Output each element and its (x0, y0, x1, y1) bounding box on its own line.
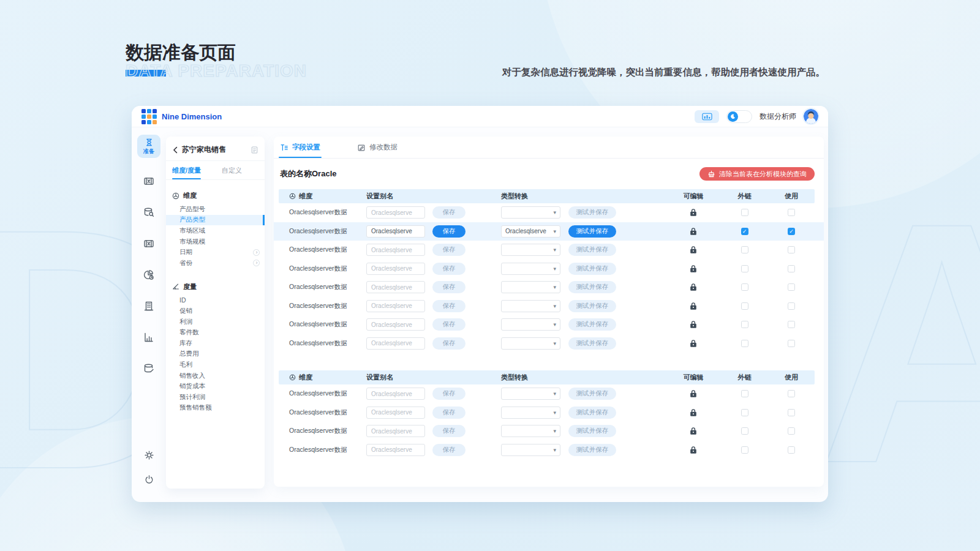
rail-item-film[interactable] (143, 176, 154, 189)
tab-field-settings[interactable]: 字段设置 (279, 137, 322, 158)
dimension-item[interactable]: 产品型号 (166, 204, 265, 215)
external-link-checkbox[interactable] (741, 409, 748, 416)
type-select[interactable]: ▾ (501, 318, 560, 331)
tab-custom[interactable]: 自定义 (222, 161, 242, 179)
rail-item-database[interactable] (143, 363, 154, 377)
power-button[interactable] (144, 474, 154, 487)
rail-item-building[interactable] (143, 301, 154, 314)
external-link-checkbox[interactable] (741, 283, 748, 291)
alias-input[interactable] (366, 425, 425, 437)
alias-input[interactable] (366, 244, 425, 256)
test-save-button[interactable]: 测试并保存 (568, 263, 616, 275)
measure-item[interactable]: 库存 (166, 338, 265, 349)
measure-item[interactable]: 预计利润 (166, 392, 265, 403)
settings-button[interactable] (144, 450, 154, 463)
measure-item[interactable]: 总费用 (166, 349, 265, 360)
save-button[interactable]: 保存 (432, 300, 466, 312)
use-checkbox[interactable] (788, 340, 795, 347)
alias-input[interactable] (366, 263, 425, 275)
dimension-item[interactable]: 日期› (166, 247, 265, 258)
measure-item[interactable]: ID (166, 295, 265, 306)
use-checkbox[interactable] (788, 427, 795, 435)
dimension-item[interactable]: 产品类型 (166, 215, 265, 226)
type-select[interactable]: ▾ (501, 263, 560, 275)
save-button[interactable]: 保存 (432, 318, 466, 331)
clear-query-button[interactable]: 清除当前表在分析模块的查询 (699, 167, 815, 181)
use-checkbox[interactable] (788, 246, 795, 253)
rail-item-bar-chart[interactable] (143, 332, 154, 345)
alias-input[interactable] (366, 407, 425, 419)
save-button[interactable]: 保存 (432, 337, 466, 350)
test-save-button[interactable]: 测试并保存 (568, 244, 616, 256)
external-link-checkbox[interactable] (741, 302, 748, 310)
save-button[interactable]: 保存 (432, 244, 466, 256)
alias-input[interactable] (366, 318, 425, 331)
type-select[interactable]: ▾ (501, 337, 560, 350)
save-button[interactable]: 保存 (432, 425, 466, 437)
alias-input[interactable] (366, 337, 425, 350)
external-link-checkbox[interactable] (741, 209, 748, 216)
measure-item[interactable]: 客件数 (166, 327, 265, 338)
use-checkbox[interactable] (788, 228, 795, 235)
test-save-button[interactable]: 测试并保存 (568, 388, 616, 400)
test-save-button[interactable]: 测试并保存 (568, 425, 616, 437)
rail-item-pie-chart[interactable] (143, 269, 154, 283)
measure-item[interactable]: 毛利 (166, 359, 265, 370)
form-icon[interactable] (251, 146, 258, 154)
measure-item[interactable]: 销售收入 (166, 370, 265, 381)
external-link-checkbox[interactable] (741, 390, 748, 397)
alias-input[interactable] (366, 225, 425, 238)
type-select[interactable]: ▾ (501, 300, 560, 312)
alias-input[interactable] (366, 300, 425, 312)
alias-input[interactable] (366, 444, 425, 456)
use-checkbox[interactable] (788, 283, 795, 291)
save-button[interactable]: 保存 (432, 407, 466, 419)
use-checkbox[interactable] (788, 265, 795, 272)
save-button[interactable]: 保存 (432, 388, 466, 400)
dimension-item[interactable]: 省份› (166, 258, 265, 269)
external-link-checkbox[interactable] (741, 446, 748, 454)
type-select[interactable]: ▾ (501, 244, 560, 256)
save-button[interactable]: 保存 (432, 225, 466, 238)
external-link-checkbox[interactable] (741, 427, 748, 435)
test-save-button[interactable]: 测试并保存 (568, 318, 616, 331)
avatar[interactable] (804, 109, 818, 124)
measure-item[interactable]: 促销 (166, 305, 265, 317)
save-button[interactable]: 保存 (432, 206, 466, 219)
type-select[interactable]: Oraclesqlserve ▾ (501, 225, 560, 238)
rail-item-film-2[interactable] (143, 238, 154, 252)
save-button[interactable]: 保存 (432, 444, 466, 456)
type-select[interactable]: ▾ (501, 425, 560, 437)
rail-item-prepare[interactable]: 准备 (137, 135, 160, 158)
test-save-button[interactable]: 测试并保存 (568, 281, 616, 293)
use-checkbox[interactable] (788, 209, 795, 216)
type-select[interactable]: ▾ (501, 206, 560, 219)
save-button[interactable]: 保存 (432, 263, 466, 275)
alias-input[interactable] (366, 281, 425, 293)
test-save-button[interactable]: 测试并保存 (568, 225, 616, 238)
tab-edit-data[interactable]: 修改数据 (356, 137, 399, 158)
bar-chart-pill-button[interactable] (695, 110, 719, 123)
type-select[interactable]: ▾ (501, 407, 560, 419)
use-checkbox[interactable] (788, 390, 795, 397)
test-save-button[interactable]: 测试并保存 (568, 407, 616, 419)
external-link-checkbox[interactable] (741, 228, 748, 235)
dimension-item[interactable]: 市场区域 (166, 225, 265, 236)
alias-input[interactable] (366, 388, 425, 400)
use-checkbox[interactable] (788, 409, 795, 416)
use-checkbox[interactable] (788, 446, 795, 454)
test-save-button[interactable]: 测试并保存 (568, 300, 616, 312)
measure-item[interactable]: 销货成本 (166, 381, 265, 392)
dimension-item[interactable]: 市场规模 (166, 236, 265, 247)
external-link-checkbox[interactable] (741, 265, 748, 272)
dark-mode-toggle[interactable] (726, 110, 752, 123)
external-link-checkbox[interactable] (741, 321, 748, 328)
measure-item[interactable]: 预售销售额 (166, 403, 265, 414)
back-button[interactable] (172, 146, 178, 154)
test-save-button[interactable]: 测试并保存 (568, 337, 616, 350)
measure-item[interactable]: 利润 (166, 317, 265, 328)
tab-dimensions-measures[interactable]: 维度/度量 (172, 161, 201, 179)
external-link-checkbox[interactable] (741, 340, 748, 347)
alias-input[interactable] (366, 206, 425, 219)
save-button[interactable]: 保存 (432, 281, 466, 293)
